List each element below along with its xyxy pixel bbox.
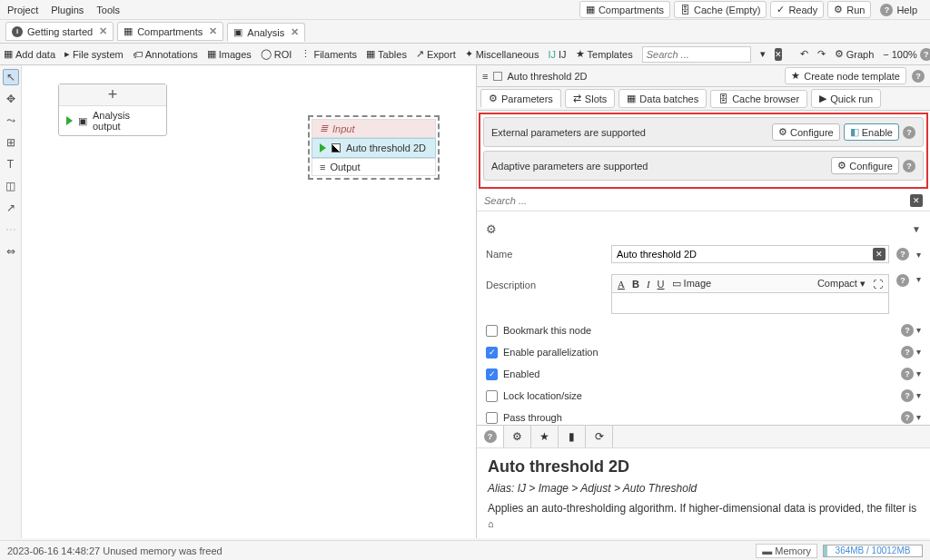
enabled-checkbox[interactable]	[486, 368, 498, 380]
node-input-slot[interactable]: ≣Input	[312, 119, 436, 138]
panel-search-input[interactable]	[484, 195, 910, 206]
help-icon[interactable]: ?	[896, 248, 909, 260]
images-button[interactable]: ▦Images	[207, 48, 252, 60]
doc-reload-tab[interactable]: ⟳	[586, 426, 613, 447]
chevron-icon[interactable]: ▾	[916, 250, 921, 260]
help-icon[interactable]: ?	[903, 126, 915, 139]
parallel-checkbox[interactable]	[486, 347, 498, 359]
tab-slots[interactable]: ⇄Slots	[565, 89, 615, 108]
help-icon[interactable]: ?	[901, 368, 914, 380]
configure-button[interactable]: ⚙Configure	[772, 123, 840, 141]
configure-button[interactable]: ⚙Configure	[831, 157, 899, 174]
chevron-icon[interactable]: ▾	[916, 390, 921, 400]
compartments-button[interactable]: ▦Compartments	[579, 1, 670, 18]
roi-button[interactable]: ◯ROI	[261, 48, 292, 60]
help-icon[interactable]: ?	[901, 324, 914, 337]
memory-bar[interactable]: 364MB / 10012MB	[823, 545, 923, 557]
move-tool[interactable]: ✥	[3, 91, 19, 107]
chevron-icon[interactable]: ▾	[916, 274, 921, 284]
measure-tool[interactable]: ↗	[3, 200, 19, 216]
section-header[interactable]: ⚙ ▼	[486, 219, 921, 240]
node-output-slot[interactable]: ≡Output	[312, 158, 436, 176]
close-icon[interactable]: ✕	[99, 25, 107, 37]
file-system-button[interactable]: ▸File system	[64, 48, 124, 60]
italic-button[interactable]: I	[647, 279, 650, 290]
search-input[interactable]	[642, 46, 751, 63]
memory-button[interactable]: ▬Memory	[756, 544, 817, 558]
ij-button[interactable]: IJIJ	[548, 49, 566, 60]
chevron-icon[interactable]: ▾	[916, 325, 921, 335]
font-icon[interactable]: A	[618, 279, 625, 290]
graph-button[interactable]: ⚙Graph	[835, 48, 875, 60]
node-auto-threshold[interactable]: ≣Input Auto threshold 2D ≡Output	[308, 115, 440, 180]
chevron-icon[interactable]: ▾	[916, 368, 921, 378]
annotations-button[interactable]: 🏷Annotations	[133, 49, 198, 60]
help-icon[interactable]: ?	[901, 389, 914, 402]
templates-button[interactable]: ★Templates	[576, 48, 633, 60]
compact-toggle[interactable]: Compact ▾	[817, 278, 866, 290]
help-icon[interactable]: ?	[901, 411, 914, 424]
description-input[interactable]	[611, 292, 889, 314]
add-data-button[interactable]: ▦Add data	[4, 48, 55, 60]
text-tool[interactable]: T	[3, 156, 19, 172]
tab-quick-run[interactable]: ▶Quick run	[811, 89, 881, 108]
create-template-button[interactable]: ★Create node template	[785, 67, 906, 84]
passthrough-checkbox[interactable]	[486, 412, 498, 424]
doc-help-tab[interactable]: ?	[477, 426, 504, 447]
menu-plugins[interactable]: Plugins	[51, 5, 84, 15]
tables-button[interactable]: ▦Tables	[366, 48, 407, 60]
misc-button[interactable]: ✦Miscellaneous	[465, 48, 539, 60]
redo-icon[interactable]: ↷	[817, 48, 826, 60]
canvas[interactable]: + ▣Analysis output ≣Input Auto threshold…	[22, 65, 476, 538]
menu-icon[interactable]: ≡	[482, 71, 488, 82]
enable-button[interactable]: ◧Enable	[844, 123, 899, 141]
tab-getting-started[interactable]: iGetting started✕	[5, 22, 114, 41]
clear-icon[interactable]: ✕	[873, 248, 885, 260]
clear-icon[interactable]: ✕	[775, 48, 782, 61]
chevron-icon[interactable]: ▾	[916, 412, 921, 422]
dropdown-icon[interactable]: ▾	[760, 48, 766, 60]
bold-button[interactable]: B	[632, 279, 639, 290]
connect-tool[interactable]: ⤳	[3, 113, 19, 129]
tab-cache-browser[interactable]: 🗄Cache browser	[710, 90, 807, 108]
help-icon[interactable]: ?	[903, 160, 915, 172]
tab-data-batches[interactable]: ▦Data batches	[618, 89, 707, 108]
cache-button[interactable]: 🗄Cache (Empty)	[674, 1, 767, 18]
filaments-button[interactable]: ⋮Filaments	[301, 48, 357, 60]
search-box[interactable]	[642, 46, 751, 63]
export-button[interactable]: ↗Export	[416, 48, 456, 60]
node-analysis-output[interactable]: + ▣Analysis output	[58, 84, 167, 136]
menu-tools[interactable]: Tools	[96, 5, 120, 15]
run-button[interactable]: ⚙Run	[827, 1, 871, 18]
help-icon[interactable]: ?	[912, 70, 925, 83]
zoom-button[interactable]: −100%?	[883, 48, 930, 61]
bookmark-checkbox[interactable]	[486, 325, 498, 337]
name-input[interactable]	[611, 245, 889, 263]
close-icon[interactable]: ✕	[291, 26, 299, 38]
doc-star-tab[interactable]: ★	[531, 426, 559, 447]
tab-parameters[interactable]: ⚙Parameters	[480, 89, 561, 108]
group-tool[interactable]: ⊞	[3, 134, 19, 151]
help-icon[interactable]: ?	[901, 346, 914, 359]
expand-icon[interactable]: ⛶	[873, 279, 883, 290]
fit-tool[interactable]: ⇔	[3, 243, 19, 260]
tab-compartments[interactable]: ▦Compartments✕	[117, 22, 223, 41]
underline-button[interactable]: U	[658, 279, 665, 290]
crop-tool[interactable]: ◫	[3, 178, 19, 194]
clear-icon[interactable]: ✕	[910, 194, 923, 207]
tab-analysis[interactable]: ▣Analysis✕	[227, 23, 305, 42]
lock-checkbox[interactable]	[486, 390, 498, 402]
chevron-icon[interactable]: ▾	[916, 347, 921, 357]
image-button[interactable]: ▭ Image	[672, 278, 712, 290]
pointer-tool[interactable]: ↖	[3, 69, 19, 85]
node-add-row[interactable]: +	[59, 84, 166, 106]
undo-icon[interactable]: ↶	[800, 48, 808, 60]
ready-button[interactable]: ✓Ready	[770, 1, 824, 18]
home-icon[interactable]: ⌂	[488, 518, 919, 529]
help-button[interactable]: ?Help	[875, 1, 923, 18]
help-icon[interactable]: ?	[896, 274, 909, 287]
doc-settings-tab[interactable]: ⚙	[504, 426, 531, 447]
close-icon[interactable]: ✕	[209, 25, 217, 37]
menu-project[interactable]: Project	[7, 5, 38, 15]
doc-bookmark-tab[interactable]: ▮	[559, 426, 586, 447]
